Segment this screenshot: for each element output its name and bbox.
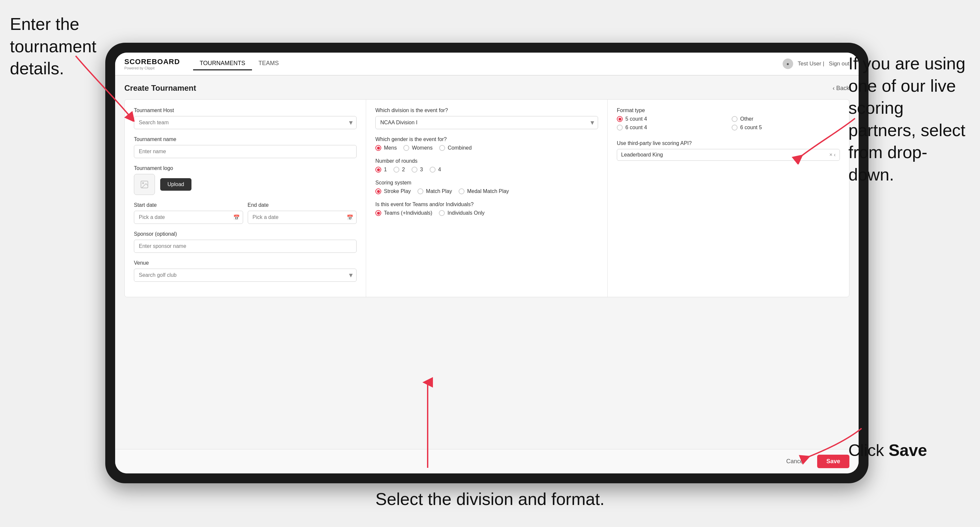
- signout-link[interactable]: Sign out: [829, 60, 850, 67]
- radio-medal: [458, 188, 465, 194]
- rounds-1[interactable]: 1: [375, 167, 387, 173]
- gender-combined[interactable]: Combined: [439, 145, 472, 151]
- form-col-2: Which division is the event for? NCAA Di…: [366, 100, 608, 297]
- form-col-3: Format type 5 count 4 Other: [608, 100, 849, 297]
- venue-input[interactable]: [134, 268, 356, 282]
- radio-womens: [403, 145, 409, 151]
- division-value: NCAA Division I: [380, 120, 417, 125]
- scoring-label: Scoring system: [375, 180, 598, 186]
- tournament-name-input[interactable]: [134, 145, 356, 158]
- end-date-group: End date 📅: [248, 202, 357, 224]
- rounds-2[interactable]: 2: [393, 167, 405, 173]
- radio-r1: [375, 167, 381, 173]
- third-party-group: Use third-party live scoring API? Leader…: [617, 140, 840, 161]
- teams-teams[interactable]: Teams (+Individuals): [375, 210, 432, 216]
- sponsor-group: Sponsor (optional): [134, 231, 356, 253]
- third-party-label: Use third-party live scoring API?: [617, 140, 840, 146]
- radio-individuals: [439, 210, 445, 216]
- annotation-bottom-right: Click Save: [848, 440, 970, 461]
- page-title: Create Tournament: [124, 84, 196, 93]
- cancel-button[interactable]: Cancel: [778, 455, 813, 468]
- content-area: Create Tournament ‹ Back Tournament Host: [115, 76, 859, 449]
- radio-r3: [412, 167, 417, 173]
- back-button[interactable]: ‹ Back: [833, 85, 850, 92]
- tablet-screen: SCOREBOARD Powered by Clippit TOURNAMENT…: [115, 52, 859, 473]
- tab-teams[interactable]: TEAMS: [252, 57, 286, 70]
- third-party-tag: Leaderboard King × ‹: [617, 149, 840, 161]
- start-date-label: Start date: [134, 202, 243, 208]
- start-date-group: Start date 📅: [134, 202, 243, 224]
- teams-label: Is this event for Teams and/or Individua…: [375, 202, 598, 208]
- rounds-3[interactable]: 3: [412, 167, 423, 173]
- format-6c5[interactable]: 6 count 5: [732, 125, 840, 130]
- format-type-group: Format type 5 count 4 Other: [617, 108, 840, 130]
- tablet-shell: SCOREBOARD Powered by Clippit TOURNAMENT…: [105, 43, 869, 483]
- start-date-wrapper: 📅: [134, 211, 243, 224]
- format-radio-grid: 5 count 4 Other 6 count 4: [617, 116, 840, 130]
- venue-group: Venue: [134, 260, 356, 282]
- division-group: Which division is the event for? NCAA Di…: [375, 108, 598, 129]
- tournament-host-group: Tournament Host: [134, 108, 356, 129]
- gender-mens[interactable]: Mens: [375, 145, 397, 151]
- division-select[interactable]: NCAA Division I: [375, 116, 598, 129]
- third-party-value: Leaderboard King: [621, 152, 663, 158]
- annotation-top-right: If you are using one of our live scoring…: [848, 52, 970, 186]
- radio-r2: [393, 167, 399, 173]
- radio-teams: [375, 210, 381, 216]
- end-date-input[interactable]: [248, 211, 357, 224]
- radio-combined: [439, 145, 445, 151]
- teams-group: Is this event for Teams and/or Individua…: [375, 202, 598, 216]
- app-container: SCOREBOARD Powered by Clippit TOURNAMENT…: [115, 52, 859, 473]
- format-5c4[interactable]: 5 count 4: [617, 116, 725, 122]
- gender-radio-group: Mens Womens Combined: [375, 145, 598, 151]
- scoring-match[interactable]: Match Play: [417, 188, 452, 194]
- teams-individuals[interactable]: Individuals Only: [439, 210, 485, 216]
- user-icon: ●: [783, 59, 793, 69]
- scoring-medal[interactable]: Medal Match Play: [458, 188, 509, 194]
- upload-button[interactable]: Upload: [160, 178, 191, 190]
- sponsor-input[interactable]: [134, 240, 356, 253]
- format-other[interactable]: Other: [732, 116, 840, 122]
- nav-tabs: TOURNAMENTS TEAMS: [193, 57, 286, 70]
- nav-right: ● Test User | Sign out: [783, 59, 850, 69]
- tournament-name-group: Tournament name: [134, 137, 356, 158]
- form-footer: Cancel Save: [115, 449, 859, 473]
- gender-label: Which gender is the event for?: [375, 137, 598, 142]
- top-nav: SCOREBOARD Powered by Clippit TOURNAMENT…: [115, 52, 859, 76]
- scoring-stroke[interactable]: Stroke Play: [375, 188, 411, 194]
- date-row: Start date 📅 End date: [134, 202, 356, 224]
- form-grid: Tournament Host Tournament name Tourname…: [124, 99, 850, 297]
- rounds-label: Number of rounds: [375, 158, 598, 164]
- gender-womens[interactable]: Womens: [403, 145, 433, 151]
- annotation-top-left: Enter the tournament details.: [10, 13, 115, 80]
- radio-6c5: [732, 125, 738, 130]
- logo-placeholder: [134, 174, 155, 195]
- radio-r4: [430, 167, 436, 173]
- rounds-group: Number of rounds 1 2: [375, 158, 598, 173]
- teams-radio-group: Teams (+Individuals) Individuals Only: [375, 210, 598, 216]
- tournament-host-label: Tournament Host: [134, 108, 356, 113]
- end-date-label: End date: [248, 202, 357, 208]
- tournament-name-label: Tournament name: [134, 137, 356, 142]
- save-button[interactable]: Save: [817, 455, 850, 468]
- search-team-input[interactable]: [134, 116, 356, 129]
- radio-5c4: [617, 116, 623, 122]
- rounds-4[interactable]: 4: [430, 167, 441, 173]
- radio-other: [732, 116, 738, 122]
- third-party-remove[interactable]: × ‹: [829, 152, 835, 158]
- logo-title: SCOREBOARD: [124, 57, 180, 66]
- format-6c4[interactable]: 6 count 4: [617, 125, 725, 130]
- start-date-input[interactable]: [134, 211, 243, 224]
- radio-stroke: [375, 188, 381, 194]
- rounds-radio-group: 1 2 3: [375, 167, 598, 173]
- nav-logo: SCOREBOARD Powered by Clippit: [124, 57, 180, 70]
- venue-label: Venue: [134, 260, 356, 266]
- tournament-logo-label: Tournament logo: [134, 165, 356, 171]
- logo-subtitle: Powered by Clippit: [124, 66, 180, 70]
- radio-6c4: [617, 125, 623, 130]
- division-label: Which division is the event for?: [375, 108, 598, 113]
- tab-tournaments[interactable]: TOURNAMENTS: [193, 57, 252, 70]
- radio-mens: [375, 145, 381, 151]
- user-label: Test User |: [798, 60, 824, 67]
- gender-group: Which gender is the event for? Mens Wome…: [375, 137, 598, 151]
